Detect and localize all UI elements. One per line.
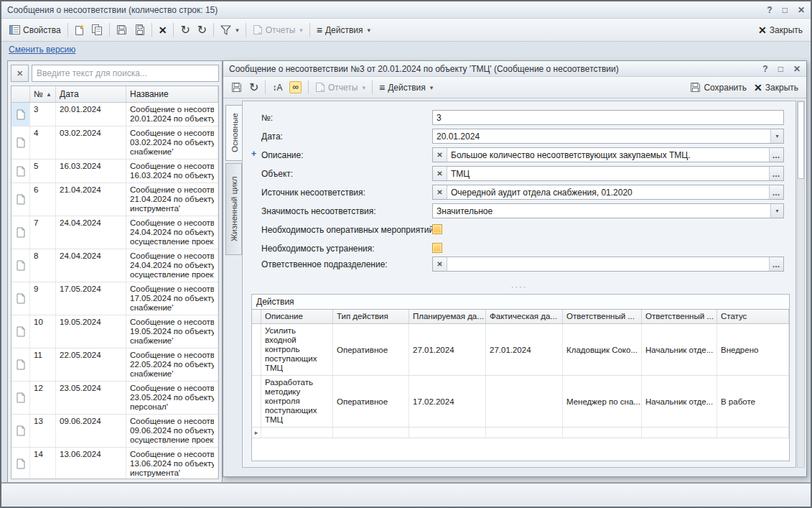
message-list-row[interactable]: 12 23.05.2024 Сообщение о несоответств23… [11, 382, 218, 415]
actions-column-header[interactable]: Статус [717, 310, 789, 323]
row-date[interactable]: 22.05.2024 [56, 348, 126, 381]
action-row[interactable]: Усилить входной контроль поступающих ТМЦ… [252, 324, 789, 376]
message-list-row[interactable]: 3 20.01.2024 Сообщение о несоответств20.… [11, 103, 218, 126]
message-list-row[interactable]: 7 24.04.2024 Сообщение о несоответств24.… [11, 216, 218, 249]
row-num[interactable]: 7 [30, 216, 56, 249]
row-name[interactable]: Сообщение о несоответств17.05.2024 по об… [126, 282, 218, 315]
message-list-row[interactable]: 6 21.04.2024 Сообщение о несоответств21.… [11, 183, 218, 216]
action-cell[interactable]: Кладовщик Соко... [563, 324, 642, 375]
responsible-clear-button[interactable]: ✕ [433, 257, 447, 271]
description-more-button[interactable]: … [769, 148, 783, 162]
message-list-row[interactable]: 8 24.04.2024 Сообщение о несоответств24.… [11, 249, 218, 282]
row-date[interactable]: 17.05.2024 [56, 282, 126, 315]
row-date[interactable]: 24.04.2024 [56, 249, 126, 282]
row-num[interactable]: 8 [30, 249, 56, 282]
list-header-name[interactable]: Название [126, 86, 218, 102]
dialog-reports-button[interactable]: Отчеты ▾ [312, 80, 369, 95]
row-name[interactable]: Сообщение о несоответств13.06.2024 по об… [126, 448, 218, 479]
properties-button[interactable]: Свойства [6, 23, 65, 37]
responsible-more-button[interactable]: … [769, 257, 783, 271]
dialog-save-button[interactable]: Сохранить [686, 80, 750, 95]
action-cell[interactable] [486, 376, 563, 427]
actions-button[interactable]: ≡ Действия ▾ [313, 23, 374, 37]
action-cell[interactable]: 27.01.2024 [409, 324, 486, 375]
copy-record-button[interactable] [88, 22, 106, 37]
action-row[interactable]: Разработать методику контроля поступающи… [252, 376, 789, 428]
need-elimination-checkbox[interactable] [432, 243, 442, 253]
field-date-input[interactable]: 20.01.2024 ▾ [432, 129, 784, 144]
row-name[interactable]: Сообщение о несоответств24.04.2024 по об… [126, 216, 218, 249]
action-cell[interactable]: Усилить входной контроль поступающих ТМЦ [261, 324, 333, 375]
dialog-scrollbar[interactable] [797, 101, 805, 468]
actions-new-row[interactable]: ▸ [252, 428, 789, 438]
dialog-close-button[interactable]: ✕ Закрыть [750, 80, 802, 95]
message-list-row[interactable]: 5 16.03.2024 Сообщение о несоответств16.… [11, 160, 218, 183]
tab-lifecycle[interactable]: Жизненный цикл [225, 163, 242, 255]
need-operational-checkbox[interactable] [432, 224, 442, 234]
action-cell[interactable]: Начальник отде... [642, 324, 717, 375]
field-object-input[interactable]: ✕ ТМЦ … [432, 166, 784, 181]
row-name[interactable]: Сообщение о несоответств19.05.2024 по об… [126, 315, 218, 348]
list-header-num[interactable]: № ▲ [30, 86, 56, 102]
row-date[interactable]: 16.03.2024 [56, 160, 126, 183]
action-cell[interactable]: Разработать методику контроля поступающи… [261, 376, 333, 427]
save-copy-button[interactable] [131, 22, 149, 37]
action-cell[interactable]: Оперативное [333, 376, 409, 427]
action-cell[interactable]: Оперативное [333, 324, 409, 375]
close-icon[interactable]: ✕ [798, 5, 805, 15]
refresh-all-button[interactable]: ↻ [194, 22, 210, 38]
row-date[interactable]: 24.04.2024 [56, 216, 126, 249]
actions-column-header[interactable]: Ответственный ... [642, 310, 717, 323]
refresh-button[interactable]: ↻ [177, 22, 193, 38]
row-num[interactable]: 9 [30, 282, 56, 315]
row-date[interactable]: 03.02.2024 [56, 126, 126, 159]
dialog-close-icon[interactable]: ✕ [793, 64, 801, 74]
new-record-button[interactable] [71, 22, 88, 37]
search-input[interactable] [32, 65, 219, 82]
action-cell[interactable]: В работе [717, 376, 789, 427]
dialog-help-icon[interactable]: ? [762, 64, 767, 74]
list-header-date[interactable]: Дата [56, 86, 126, 102]
linked-records-button[interactable]: ∞ [286, 79, 305, 96]
splitter-handle[interactable]: ···· [243, 284, 795, 290]
row-name[interactable]: Сообщение о несоответств03.02.2024 по об… [126, 126, 218, 159]
row-num[interactable]: 12 [30, 382, 56, 414]
row-num[interactable]: 3 [30, 103, 56, 126]
change-version-link[interactable]: Сменить версию [9, 45, 75, 55]
action-cell[interactable]: Начальник отде... [642, 376, 717, 427]
message-list-row[interactable]: 13 09.06.2024 Сообщение о несоответств09… [11, 415, 218, 448]
field-description-input[interactable]: ✕ Большое количество несоответствующих з… [432, 147, 784, 162]
source-clear-button[interactable]: ✕ [433, 185, 447, 199]
row-num[interactable]: 6 [30, 183, 56, 216]
dialog-maximize-icon[interactable]: □ [778, 64, 783, 74]
reports-button[interactable]: Отчеты ▾ [249, 22, 307, 37]
row-date[interactable]: 19.05.2024 [56, 315, 126, 348]
message-list-row[interactable]: 9 17.05.2024 Сообщение о несоответств17.… [11, 282, 218, 315]
row-name[interactable]: Сообщение о несоответств20.01.2024 по об… [126, 103, 218, 126]
dialog-refresh-button[interactable]: ↻ [246, 80, 262, 96]
row-date[interactable]: 13.06.2024 [56, 448, 126, 479]
tab-main[interactable]: Основные [225, 105, 243, 161]
actions-column-header[interactable]: Описание [261, 310, 333, 323]
message-list-row[interactable]: 10 19.05.2024 Сообщение о несоответств19… [11, 315, 218, 348]
action-cell[interactable]: 27.01.2024 [486, 324, 563, 375]
field-source-input[interactable]: ✕ Очередной аудит отдела снабжения, 01.2… [432, 185, 784, 200]
row-num[interactable]: 5 [30, 160, 56, 183]
list-header-icon-col[interactable] [11, 86, 30, 102]
field-significance-select[interactable]: Значительное ▾ [432, 203, 784, 218]
dialog-actions-button[interactable]: ≡ Действия ▾ [375, 80, 437, 95]
action-cell[interactable]: 17.02.2024 [409, 376, 486, 427]
actions-column-header[interactable]: Тип действия [333, 310, 409, 323]
action-cell[interactable]: Менеджер по сна... [563, 376, 642, 427]
row-date[interactable]: 09.06.2024 [56, 415, 126, 447]
message-list-row[interactable]: 14 13.06.2024 Сообщение о несоответств13… [11, 448, 218, 479]
row-autoheight-button[interactable]: ↕A [269, 80, 286, 95]
dialog-save-icon-button[interactable] [228, 80, 246, 95]
filter-button[interactable]: ▾ [217, 23, 243, 37]
significance-dropdown-button[interactable]: ▾ [770, 204, 783, 218]
help-icon[interactable]: ? [767, 5, 772, 15]
delete-button[interactable]: ✕ [155, 23, 171, 37]
row-name[interactable]: Сообщение о несоответств22.05.2024 по об… [126, 348, 218, 381]
row-name[interactable]: Сообщение о несоответств23.05.2024 по об… [126, 382, 218, 414]
close-window-button[interactable]: ✕ Закрыть [755, 23, 806, 37]
